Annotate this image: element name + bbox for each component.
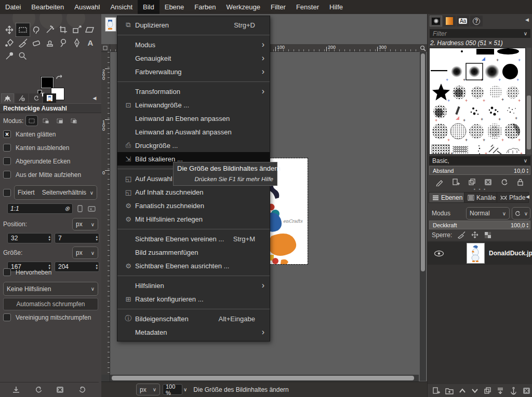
menu-item[interactable]: ⧉ Duplizieren Strg+D (117, 18, 270, 32)
menubar-item[interactable]: Fenster (291, 0, 324, 14)
menu-item[interactable]: ⎙ Druckgröße ... (117, 139, 270, 152)
highlight-checkbox[interactable] (3, 268, 11, 276)
menubar-item[interactable]: Datei (0, 0, 26, 14)
tool-text[interactable]: A (84, 36, 97, 49)
menu-item[interactable]: ⚙ Fanatisch zuschneiden (117, 199, 270, 212)
tool-fuzzy-select[interactable] (43, 23, 57, 36)
quick-mask-toggle[interactable] (101, 375, 110, 381)
open-brush-as-image-button[interactable] (516, 178, 525, 186)
menu-item[interactable]: Transformation › (117, 85, 270, 98)
menu-item[interactable]: ⚙ Mit Hilfslinien zerlegen (117, 212, 270, 226)
layer-thumbnail[interactable] (467, 243, 485, 264)
lower-layer-button[interactable] (471, 387, 479, 394)
landscape-icon[interactable] (87, 204, 97, 213)
tab-tool-options[interactable] (1, 93, 14, 103)
tab-brushes[interactable] (430, 16, 442, 26)
save-preset-button[interactable] (11, 386, 21, 394)
menubar-item[interactable]: Filter (265, 0, 291, 14)
collapse-dock-icon[interactable]: ◀ (525, 17, 529, 22)
tool-crop[interactable] (57, 23, 70, 36)
delete-preset-button[interactable] (56, 386, 65, 394)
tab-fonts[interactable]: Aa (457, 16, 469, 26)
menu-item[interactable]: Leinwand an Ebenen anpassen (117, 112, 270, 125)
layer-mode-switch-button[interactable]: ∨ (512, 207, 530, 220)
dock-resize-handle[interactable]: • • • (428, 187, 532, 192)
position-x-input[interactable]: 32 ▴▾ (7, 233, 52, 243)
swap-colors-icon[interactable] (55, 74, 64, 83)
tab-device-status[interactable] (15, 93, 28, 103)
tool-ink[interactable] (70, 36, 84, 49)
anchor-layer-button[interactable] (509, 387, 518, 395)
tool-bucket-fill[interactable] (3, 36, 16, 49)
tool-rectangle-select[interactable] (16, 23, 30, 36)
brush-spacing-slider[interactable]: Abstand 10,0 ▴▾ (429, 166, 530, 175)
zoom-follow-window-button[interactable] (419, 44, 427, 52)
duplicate-layer-button[interactable] (483, 387, 492, 395)
image-tab-thumbnail[interactable] (105, 17, 116, 32)
tool-transform[interactable] (70, 23, 84, 36)
tool-color-picker[interactable] (3, 49, 16, 62)
new-layer-group-button[interactable] (445, 387, 454, 395)
spin-down-icon[interactable]: ▾ (48, 238, 50, 241)
brush-group-dropdown[interactable]: Basic, ∨ (429, 156, 530, 165)
tab-gradients[interactable] (443, 16, 456, 26)
menu-item[interactable]: Metadaten › (117, 325, 270, 339)
guides-dropdown[interactable]: Keine Hilfslinien ∨ (3, 282, 98, 296)
delete-brush-button[interactable] (484, 178, 493, 186)
menubar-item[interactable]: Werkzeuge (221, 0, 266, 14)
menu-item[interactable]: Sichtbare Ebenen vereinen ... Strg+M (117, 232, 270, 245)
tool-paintbrush[interactable] (16, 36, 30, 49)
new-layer-button[interactable] (432, 387, 441, 395)
horizontal-scrollbar[interactable] (110, 375, 419, 381)
tool-clone[interactable] (43, 36, 57, 49)
tab-image-thumbnail[interactable] (43, 93, 56, 103)
menu-item[interactable]: ⓘ Bildeigenschaften Alt+Eingabe (117, 312, 270, 325)
clear-icon[interactable]: ⊗ (64, 205, 70, 212)
size-height-input[interactable]: 204 ▴▾ (55, 262, 99, 272)
antialias-checkbox[interactable]: × (3, 130, 11, 138)
lock-alpha-button[interactable] (484, 231, 492, 239)
mode-add-button[interactable] (40, 116, 51, 126)
vertical-scrollbar[interactable] (420, 52, 426, 381)
brush-scrollbar-thumb[interactable] (527, 95, 531, 149)
fixed-aspect-dropdown[interactable]: Fixiert Seitenverhältnis ∨ (14, 185, 97, 200)
rounded-corners-checkbox[interactable] (3, 157, 11, 165)
collapse-dock-icon[interactable]: ◀ (526, 194, 529, 199)
brush-grid[interactable]: ++ ++ +++ ++ +++ (429, 48, 526, 155)
unit-dropdown[interactable]: px ∨ (136, 384, 160, 395)
tab-layers[interactable]: Ebenen (429, 192, 466, 203)
tool-move[interactable] (3, 23, 16, 36)
menu-item[interactable]: ⚙ Sichtbare Ebenen ausrichten ... (117, 259, 270, 272)
menu-item[interactable]: Hilfslinien › (117, 279, 270, 292)
zoom-input[interactable]: 100 % (163, 384, 182, 395)
vertical-scrollbar-thumb[interactable] (421, 53, 425, 271)
menu-item[interactable]: Bild zusammenfügen (117, 245, 270, 259)
refresh-brushes-button[interactable] (500, 178, 509, 186)
mode-replace-button[interactable] (26, 116, 37, 126)
menu-item[interactable]: Leinwand an Auswahl anpassen (117, 125, 270, 139)
tab-undo-history[interactable] (29, 93, 42, 103)
menubar-item[interactable]: Auswahl (69, 0, 105, 14)
layer-mode-dropdown[interactable]: Normal ∨ (466, 207, 510, 220)
menu-item[interactable]: Farbverwaltung › (117, 65, 270, 78)
vertical-ruler[interactable]: 200 100 0 (101, 52, 110, 375)
foreground-color-swatch[interactable] (41, 76, 54, 89)
opacity-slider[interactable]: Deckkraft 100,0 ▴▾ (429, 221, 530, 229)
auto-shrink-button[interactable]: Automatisch schrumpfen (3, 298, 98, 310)
fixed-checkbox[interactable] (3, 189, 11, 197)
ruler-corner-button[interactable] (101, 44, 110, 52)
size-unit-dropdown[interactable]: px ∨ (72, 247, 98, 259)
position-unit-dropdown[interactable]: px ∨ (72, 218, 98, 230)
feather-checkbox[interactable] (3, 144, 11, 152)
tab-help[interactable]: ? (470, 16, 483, 26)
spin-down-icon[interactable]: ▾ (96, 238, 98, 241)
tool-eraser[interactable] (30, 36, 43, 49)
merge-down-button[interactable] (496, 387, 505, 395)
menubar-item[interactable]: Farben (189, 0, 221, 14)
tool-smudge[interactable] (57, 36, 70, 49)
menu-item[interactable]: Genauigkeit › (117, 51, 270, 65)
lock-pixels-button[interactable] (457, 231, 466, 239)
horizontal-scrollbar-thumb[interactable] (112, 376, 414, 380)
mode-intersect-button[interactable] (68, 116, 79, 126)
tool-zoom[interactable] (16, 49, 30, 62)
